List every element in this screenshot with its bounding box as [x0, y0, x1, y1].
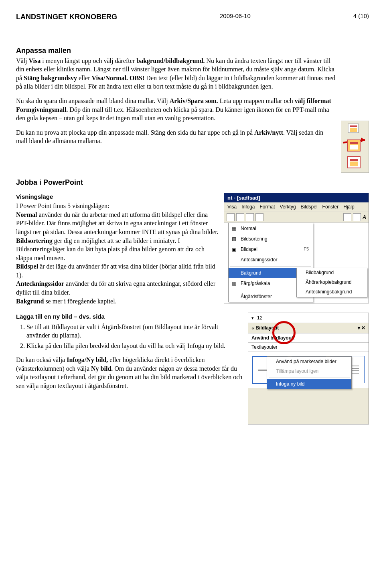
toolbar-icon[interactable]: [353, 213, 361, 221]
ppt-menubar: Visa Infoga Format Verktyg Bildspel Föns…: [224, 202, 369, 212]
menu-item-bildsortering[interactable]: ▤Bildsortering: [229, 234, 313, 244]
para-anpassa-2: Nu ska du spara din anpassade mall bland…: [16, 97, 369, 123]
figure-ppt-icons: [341, 121, 369, 173]
menu-visa[interactable]: Visa: [227, 204, 237, 210]
svg-rect-7: [350, 142, 358, 144]
ppt-toolbar: A: [224, 212, 369, 223]
fontsize-value: 12: [257, 315, 262, 321]
para-anpassa-3: Du kan nu prova att plocka upp din anpas…: [16, 128, 369, 145]
menu-fonster[interactable]: Fönster: [322, 204, 339, 210]
ctx-infoga-ny-bild[interactable]: Infoga ny bild: [267, 379, 351, 389]
pane-section: Textlayouter: [248, 343, 369, 352]
svg-rect-3: [350, 128, 357, 132]
block-visningslage: nt - [sadfsad] Visa Infoga Format Verkty…: [16, 193, 369, 307]
figure-bildlayout-pane: ▾ 12 ⬦ Bildlayout ▾ ✕ Använd bildlayout:…: [248, 313, 369, 424]
pane-header: Använd bildlayout:: [248, 333, 369, 343]
toolbar-icon[interactable]: [343, 213, 351, 221]
svg-rect-8: [350, 145, 358, 150]
menu-format[interactable]: Format: [260, 204, 275, 210]
layout-context-menu: Använd på markerade bilder Tillämpa layo…: [267, 356, 352, 389]
header-date: 2009-06-10: [220, 12, 251, 22]
para-anpassa-1: Välj Visa i menyn längst upp och välj dä…: [16, 57, 369, 91]
menu-hjalp[interactable]: Hjälp: [343, 204, 354, 210]
heading-jobba-i-powerpoint: Jobba i PowerPoint: [16, 178, 369, 187]
page-header: LANDSTINGET KRONOBERG 2009-06-10 4 (10): [16, 12, 369, 22]
menu-item-anteckningssidor[interactable]: Anteckningssidor: [229, 255, 313, 265]
submenu-ahorarkopiebakgrund[interactable]: Åhörarkopiebakgrund: [297, 278, 367, 287]
toolbar-icon[interactable]: [246, 213, 254, 221]
svg-rect-2: [350, 125, 357, 127]
submenu-bildbakgrund[interactable]: Bildbakgrund: [297, 268, 367, 278]
submenu-anteckningsbakgrund[interactable]: Anteckningsbakgrund: [297, 287, 367, 297]
bakgrund-submenu: Bildbakgrund Åhörarkopiebakgrund Anteckn…: [296, 268, 367, 297]
svg-rect-10: [350, 159, 358, 161]
ctx-reapply-layout: Tillämpa layout igen: [267, 366, 351, 376]
heading-anpassa-mallen: Anpassa mallen: [16, 46, 369, 55]
figure-ppt-visa-menu: nt - [sadfsad] Visa Infoga Format Verkty…: [224, 193, 369, 303]
toolbar-icon[interactable]: [236, 213, 244, 221]
menu-item-bildspel[interactable]: ▣BildspelF5: [229, 244, 313, 255]
menu-infoga[interactable]: Infoga: [241, 204, 255, 210]
ctx-apply-selected[interactable]: Använd på markerade bilder: [267, 357, 351, 366]
header-org: LANDSTINGET KRONOBERG: [16, 12, 117, 22]
header-page: 4 (10): [353, 12, 369, 22]
ppt-window-title: nt - [sadfsad]: [224, 193, 369, 203]
svg-rect-11: [350, 162, 358, 166]
toolbar-icon[interactable]: [255, 213, 263, 221]
menu-verktyg[interactable]: Verktyg: [280, 204, 296, 210]
block-lagga-till: ▾ 12 ⬦ Bildlayout ▾ ✕ Använd bildlayout:…: [16, 313, 369, 427]
menu-item-normal[interactable]: ▦Normal: [229, 223, 313, 234]
toolbar-icon[interactable]: [227, 213, 235, 221]
menu-bildspel[interactable]: Bildspel: [301, 204, 318, 210]
section-anpassa: Anpassa mallen Välj Visa i menyn längst …: [16, 46, 369, 175]
